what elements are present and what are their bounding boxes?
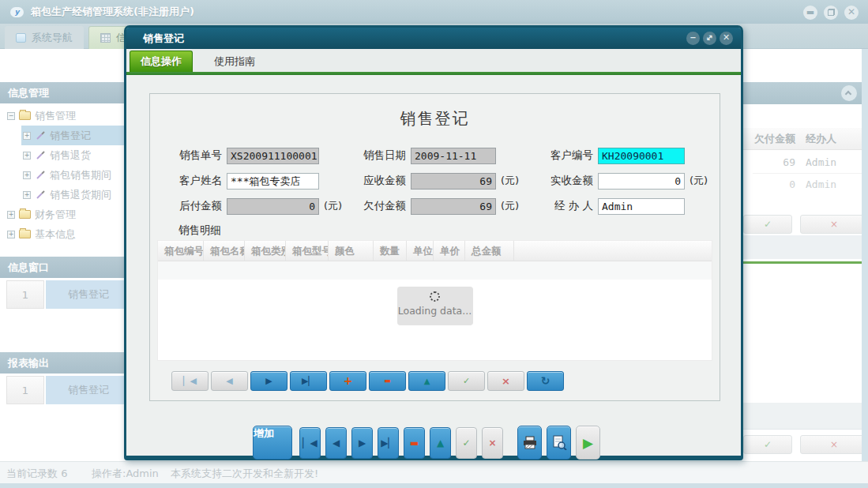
- cell-handler: Admin: [806, 174, 836, 188]
- sales-date-input[interactable]: 2009-11-11: [411, 148, 496, 164]
- run-icon: ▶: [583, 427, 593, 459]
- app-window: y 箱包生产经销管理系统(非注册用户) ▬ ✕ 系统导航 信息管理 信: [0, 0, 868, 488]
- sales-no-input[interactable]: XS200911100001: [227, 148, 319, 164]
- field-sales-no: 销售单号 XS200911100001: [176, 147, 319, 164]
- tab-user-guide[interactable]: 使用指南: [201, 51, 268, 72]
- restore-icon: [828, 9, 835, 16]
- postpaid-input[interactable]: 0: [227, 198, 319, 215]
- sidebar-header-info-window: 信息窗口: [0, 257, 126, 278]
- tree-item-sales-mgmt[interactable]: − 销售管理: [0, 106, 126, 126]
- unit-suffix: (元): [501, 174, 519, 188]
- close-button[interactable]: ✕: [844, 6, 859, 20]
- table-header-row: 欠付金额 经办人: [743, 128, 868, 150]
- tree-item-return-period[interactable]: + 销售退货期间: [21, 185, 126, 205]
- window-icon: [16, 33, 26, 43]
- dialog-close-button[interactable]: ✕: [720, 32, 733, 45]
- dialog-title: 销售登记: [143, 32, 184, 46]
- handler-input[interactable]: Admin: [598, 198, 685, 215]
- status-note: 本系统支持二次开发和全新开发!: [171, 467, 318, 481]
- tree-item-sales-period[interactable]: + 箱包销售期间: [21, 165, 126, 185]
- print-button[interactable]: [517, 426, 542, 460]
- nav-post-button[interactable]: ✓: [448, 371, 485, 391]
- expand-icon[interactable]: +: [23, 191, 31, 199]
- edit-button[interactable]: ▲: [430, 427, 451, 459]
- tree-item-sales-register[interactable]: + 销售登记: [21, 126, 126, 145]
- received-input[interactable]: 0: [598, 173, 685, 190]
- wand-icon: [35, 170, 46, 181]
- list-item[interactable]: 1 销售登记: [0, 376, 126, 404]
- confirm-button[interactable]: ✓: [743, 215, 792, 234]
- cell-handler: Admin: [806, 152, 836, 174]
- collapse-icon[interactable]: −: [7, 112, 15, 120]
- window-edge: [0, 483, 868, 488]
- tree-item-finance-mgmt[interactable]: + 财务管理: [0, 205, 126, 224]
- receivable-input[interactable]: 69: [411, 173, 496, 190]
- prior-button[interactable]: ◀: [325, 427, 347, 459]
- collapse-panel-button[interactable]: [841, 85, 857, 101]
- tab-info-operation[interactable]: 信息操作: [130, 51, 193, 72]
- field-owed: 欠付金额 69 (元): [360, 197, 519, 215]
- add-button[interactable]: 增加: [253, 426, 292, 460]
- nav-first-button[interactable]: ▏◀: [171, 371, 209, 391]
- expand-icon[interactable]: +: [7, 231, 15, 238]
- nav-next-button[interactable]: ▶: [250, 371, 287, 391]
- nav-edit-button[interactable]: ▲: [408, 371, 445, 391]
- print-preview-icon: [551, 435, 567, 450]
- list-item-label[interactable]: 销售登记: [46, 376, 126, 404]
- col-price: 单价: [434, 241, 465, 261]
- expand-icon[interactable]: +: [23, 132, 31, 140]
- expand-icon[interactable]: +: [23, 152, 31, 160]
- nav-insert-button[interactable]: +: [329, 371, 366, 391]
- app-title: 箱包生产经销管理系统(非注册用户): [31, 5, 194, 19]
- table-row[interactable]: 0 Admin: [743, 174, 868, 188]
- table-row[interactable]: 69 Admin: [743, 152, 868, 173]
- loading-text: Loading data...: [397, 305, 473, 317]
- post-button[interactable]: ✓: [456, 427, 477, 459]
- next-button[interactable]: ▶: [351, 427, 373, 459]
- col-filler: [514, 241, 712, 261]
- field-customer-name: 客户姓名 ***箱包专卖店: [176, 172, 319, 190]
- tree-item-basic-info[interactable]: + 基本信息: [0, 224, 126, 244]
- owed-input[interactable]: 69: [411, 198, 496, 215]
- nav-delete-button[interactable]: ▬: [369, 371, 406, 391]
- wand-icon: [35, 150, 46, 161]
- unit-suffix: (元): [324, 199, 342, 213]
- field-label: 应收金额: [360, 174, 406, 188]
- minimize-button[interactable]: ▬: [803, 6, 817, 20]
- sales-form-panel: 销售登记 销售单号 XS200911100001 销售日期 2009-11-11…: [149, 93, 720, 401]
- print-preview-button[interactable]: [547, 426, 571, 460]
- cancel-button[interactable]: ×: [800, 435, 868, 454]
- nav-refresh-button[interactable]: ↻: [527, 371, 564, 391]
- loading-indicator: Loading data...: [397, 287, 473, 325]
- tab-system-nav[interactable]: 系统导航: [5, 26, 84, 49]
- app-logo-icon: y: [10, 7, 24, 17]
- confirm-button[interactable]: ✓: [743, 435, 792, 454]
- delete-button[interactable]: ▬: [404, 427, 425, 459]
- tab-system-nav-label: 系统导航: [32, 31, 73, 45]
- restore-button[interactable]: [824, 6, 838, 20]
- dialog-minimize-button[interactable]: −: [686, 32, 700, 45]
- customer-no-input[interactable]: KH20090001: [598, 148, 685, 164]
- tree-item-sales-return[interactable]: + 销售退货: [21, 145, 126, 165]
- nav-last-button[interactable]: ▶▏: [290, 371, 327, 391]
- list-item[interactable]: 1 销售登记: [0, 280, 126, 309]
- cancel-button[interactable]: ×: [482, 427, 503, 459]
- dialog-bottom-bar: 增加 ▏◀ ◀ ▶ ▶▏ ▬ ▲ ✓ ×: [253, 426, 600, 460]
- customer-name-input[interactable]: ***箱包专卖店: [227, 173, 319, 190]
- first-button[interactable]: ▏◀: [299, 427, 321, 459]
- nav-prior-button[interactable]: ◀: [211, 371, 248, 391]
- expand-icon[interactable]: +: [7, 211, 15, 219]
- col-qty: 数量: [374, 241, 407, 261]
- list-item-label[interactable]: 销售登记: [46, 280, 126, 309]
- unit-suffix: (元): [690, 174, 708, 188]
- cancel-button[interactable]: ×: [800, 215, 868, 234]
- last-button[interactable]: ▶▏: [378, 427, 399, 459]
- nav-cancel-button[interactable]: ×: [487, 371, 524, 391]
- dialog-expand-button[interactable]: ↔: [703, 32, 716, 45]
- run-button[interactable]: ▶: [576, 426, 600, 460]
- expand-icon[interactable]: +: [23, 171, 31, 179]
- dialog-tabstrip: 信息操作 使用指南: [126, 49, 741, 72]
- tree-label: 销售退货: [50, 148, 91, 163]
- folder-icon: [19, 210, 31, 219]
- scrollbar[interactable]: [862, 49, 868, 461]
